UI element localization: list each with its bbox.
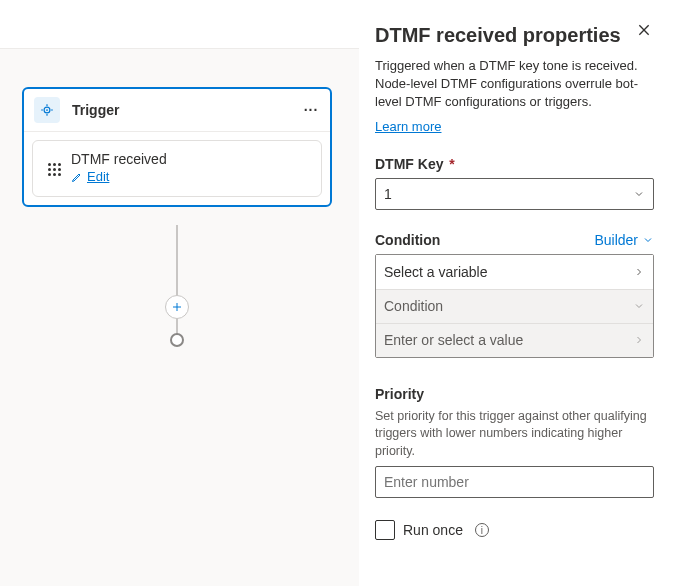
properties-panel: DTMF received properties Triggered when … [359,0,674,586]
drag-handle-icon[interactable] [43,151,65,176]
priority-helper: Set priority for this trigger against ot… [375,408,654,461]
panel-description: Triggered when a DTMF key tone is receiv… [375,57,654,112]
add-step-button[interactable] [165,295,189,319]
learn-more-link[interactable]: Learn more [375,119,441,134]
trigger-node-header: Trigger ··· [24,89,330,132]
info-icon[interactable]: i [475,523,489,537]
condition-value-input: Enter or select a value [376,323,653,357]
condition-operator-select: Condition [376,289,653,323]
condition-variable-select[interactable]: Select a variable [376,255,653,289]
chevron-right-icon [633,266,645,278]
trigger-body-title: DTMF received [71,151,311,167]
more-menu-icon[interactable]: ··· [302,102,320,118]
priority-label: Priority [375,386,654,402]
dtmf-key-label: DTMF Key * [375,156,654,172]
plus-icon [171,301,183,313]
svg-point-1 [46,109,48,111]
close-icon [636,22,652,38]
edit-link-label: Edit [87,169,109,184]
dtmf-key-select[interactable]: 1 [375,178,654,210]
condition-mode-toggle[interactable]: Builder [594,232,654,248]
condition-builder: Select a variable Condition Enter or sel… [375,254,654,358]
condition-label: Condition Builder [375,232,654,248]
run-once-label: Run once [403,522,463,538]
dtmf-key-value: 1 [384,186,392,202]
pencil-icon [71,171,83,183]
trigger-node-title: Trigger [72,102,302,118]
chevron-down-icon [642,234,654,246]
trigger-node-body[interactable]: DTMF received Edit [32,140,322,197]
panel-title: DTMF received properties [375,24,654,47]
priority-input[interactable] [375,466,654,498]
flow-end-icon [170,333,184,347]
chevron-down-icon [633,300,645,312]
chevron-down-icon [633,188,645,200]
flow-canvas: Trigger ··· DTMF received Edit [0,48,359,586]
run-once-checkbox[interactable] [375,520,395,540]
chevron-right-icon [633,334,645,346]
trigger-node[interactable]: Trigger ··· DTMF received Edit [22,87,332,207]
close-button[interactable] [636,22,652,38]
edit-link[interactable]: Edit [71,169,109,184]
trigger-icon [34,97,60,123]
